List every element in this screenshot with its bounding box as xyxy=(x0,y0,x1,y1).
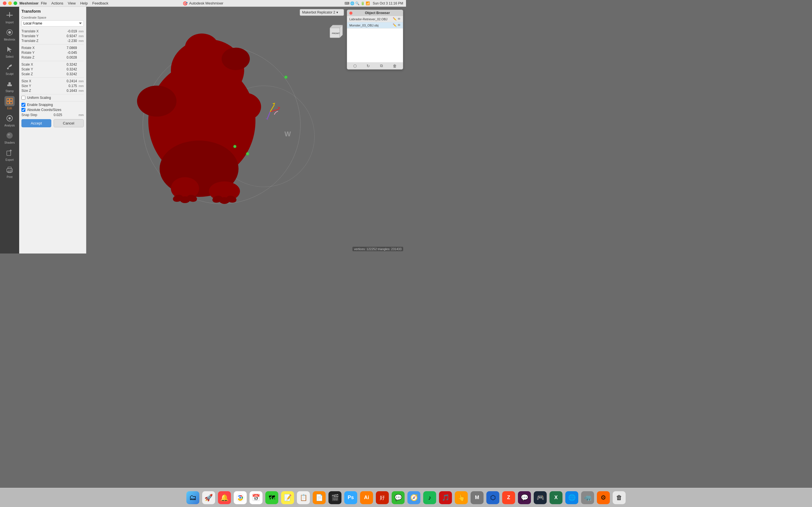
sidebar-label-print: Print xyxy=(7,175,13,179)
svg-rect-19 xyxy=(8,167,11,169)
transform-panel: Transform Coordinate Space Local Frame W… xyxy=(19,7,86,253)
viewport-info: vertices: 122252 triangles: 231433 xyxy=(352,247,403,251)
object-browser: Object Browser Labrador-Retriever_02.OBJ… xyxy=(347,10,403,69)
snap-step-unit: mm xyxy=(79,113,84,117)
svg-line-42 xyxy=(267,112,270,119)
coord-space-row: Coordinate Space Local Frame World Frame xyxy=(21,16,84,26)
import-icon xyxy=(6,11,13,19)
green-dot-1 xyxy=(285,76,287,78)
accept-button[interactable]: Accept xyxy=(21,119,51,127)
coord-space-label: Coordinate Space xyxy=(21,16,84,19)
front-cube[interactable]: FRONT xyxy=(328,24,344,39)
ob-item-name-labrador: Labrador-Retriever_02.OBJ xyxy=(349,17,393,21)
param-translate-y: Translate Y 0.9247 mm xyxy=(21,34,84,38)
shaders-icon xyxy=(6,131,13,139)
app-name: Meshmixer xyxy=(19,1,39,5)
svg-point-15 xyxy=(8,134,10,135)
ob-footer-copy-icon[interactable]: ⬡ xyxy=(353,64,357,68)
sidebar-label-import: Import xyxy=(6,21,13,24)
makerbot-dropdown[interactable]: Makerbot Replicator 2 ▾ xyxy=(300,9,344,16)
titlebar-left: Meshmixer File Actions View Help Feedbac… xyxy=(3,1,108,5)
ob-item-monster[interactable]: Monster_03_OBJ.obj ✏️ 👁 xyxy=(347,22,403,29)
button-row: Accept Cancel xyxy=(21,119,84,127)
sidebar-label-analysis: Analysis xyxy=(4,124,15,127)
makerbot-label: Makerbot Replicator 2 xyxy=(302,10,335,14)
sculpt-icon xyxy=(6,63,13,71)
maximize-button[interactable] xyxy=(13,1,17,5)
param-rotate-y: Rotate Y -0.045 xyxy=(21,51,84,55)
sidebar-label-sculpt: Sculpt xyxy=(6,72,13,75)
svg-rect-9 xyxy=(10,98,12,101)
analysis-icon xyxy=(6,114,13,122)
svg-point-3 xyxy=(8,31,11,34)
sidebar-label-select: Select xyxy=(6,55,13,58)
titlebar-menu: File Actions View Help Feedback xyxy=(41,1,108,5)
panel-title: Transform xyxy=(21,9,84,13)
menu-file[interactable]: File xyxy=(41,1,47,5)
sidebar-item-edit[interactable]: Edit xyxy=(1,94,18,112)
sidebar-item-analysis[interactable]: Analysis xyxy=(1,112,18,129)
sidebar-item-import[interactable]: Import xyxy=(1,8,18,25)
green-dot-2 xyxy=(234,145,236,148)
sidebar-item-sculpt[interactable]: Sculpt xyxy=(1,60,18,77)
absolute-coords-row: Absolute Coords/Sizes xyxy=(21,108,84,112)
ob-title: Object Browser xyxy=(354,11,401,15)
svg-rect-8 xyxy=(7,98,9,101)
uniform-scaling-row: Uniform Scaling xyxy=(21,96,84,100)
svg-point-26 xyxy=(227,93,261,121)
ob-footer-refresh-icon[interactable]: ↻ xyxy=(366,64,370,68)
sidebar-item-shaders[interactable]: Shaders xyxy=(1,129,18,146)
stamp-icon xyxy=(6,80,13,88)
svg-rect-20 xyxy=(8,171,11,173)
ob-item-icons-monster: ✏️ 👁 xyxy=(393,23,401,27)
enable-snapping-checkbox[interactable] xyxy=(21,103,26,107)
sidebar-item-export[interactable]: Export xyxy=(1,146,18,163)
uniform-scaling-checkbox[interactable] xyxy=(21,96,26,100)
svg-point-21 xyxy=(11,170,12,171)
titlebar-right: ⌨ 🌐 🔍 🔋 📶 Sun Oct 3 11:16 PM xyxy=(345,1,403,5)
ob-footer-delete-icon[interactable]: 🗑 xyxy=(393,64,397,68)
svg-text:FRONT: FRONT xyxy=(332,32,340,35)
sidebar-item-print[interactable]: Print xyxy=(1,163,18,180)
ob-close-dot[interactable] xyxy=(349,11,352,15)
traffic-lights xyxy=(3,1,17,5)
ob-item-name-monster: Monster_03_OBJ.obj xyxy=(349,24,393,27)
titlebar-center: 🎯 Autodesk Meshmixer xyxy=(183,1,223,6)
enable-snapping-label: Enable Snapping xyxy=(27,103,53,107)
menu-view[interactable]: View xyxy=(68,1,76,5)
close-button[interactable] xyxy=(3,1,6,5)
ob-item-labrador[interactable]: Labrador-Retriever_02.OBJ ✏️ 👁 xyxy=(347,16,403,22)
param-size-x: Size X 0.2414 mm xyxy=(21,79,84,83)
sidebar-label-shaders: Shaders xyxy=(4,141,15,144)
coord-space-select[interactable]: Local Frame World Frame xyxy=(21,20,84,26)
titlebar: Meshmixer File Actions View Help Feedbac… xyxy=(0,0,406,7)
app-title: Autodesk Meshmixer xyxy=(189,1,223,5)
svg-point-14 xyxy=(6,132,13,138)
svg-marker-41 xyxy=(272,103,275,105)
sidebar-item-stamp[interactable]: Stamp xyxy=(1,77,18,94)
sidebar-item-meshmix[interactable]: Meshmix xyxy=(1,25,18,43)
divider-1 xyxy=(21,44,84,45)
absolute-coords-checkbox[interactable] xyxy=(21,108,26,112)
select-icon xyxy=(6,46,13,54)
transform-gizmo xyxy=(259,101,282,123)
viewport[interactable]: W Makerbot Replicator 2 ▾ FRONT Object B… xyxy=(86,7,406,253)
ob-footer-duplicate-icon[interactable]: ⧉ xyxy=(380,63,383,68)
sidebar-label-export: Export xyxy=(6,158,14,161)
menu-feedback[interactable]: Feedback xyxy=(92,1,108,5)
snap-step-label: Snap Step xyxy=(21,113,37,117)
cancel-button[interactable]: Cancel xyxy=(54,119,84,127)
minimize-button[interactable] xyxy=(8,1,12,5)
svg-rect-7 xyxy=(8,82,11,84)
sidebar-item-select[interactable]: Select xyxy=(1,43,18,60)
menu-actions[interactable]: Actions xyxy=(51,1,63,5)
divider-3 xyxy=(21,77,84,78)
svg-point-25 xyxy=(137,86,176,117)
param-scale-y: Scale Y 0.3242 xyxy=(21,67,84,71)
snap-step-row: Snap Step 0.025 mm xyxy=(21,113,84,117)
enable-snapping-row: Enable Snapping xyxy=(21,103,84,107)
menu-help[interactable]: Help xyxy=(80,1,88,5)
param-translate-x: Translate X -0.019 mm xyxy=(21,29,84,33)
sidebar-label-edit: Edit xyxy=(7,107,12,110)
chevron-down-icon: ▾ xyxy=(336,10,338,14)
